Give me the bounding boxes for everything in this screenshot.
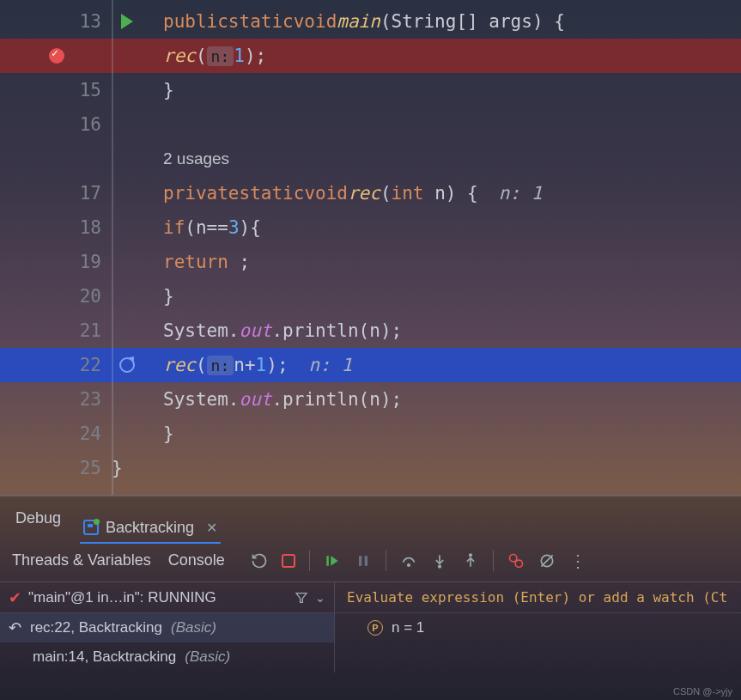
kw: void: [294, 11, 337, 32]
code-text: (: [380, 183, 392, 204]
svg-point-8: [515, 560, 522, 567]
kw: public: [163, 11, 228, 32]
line-number: 16: [80, 114, 101, 135]
eval-placeholder: Evaluate expression (Enter) or add a wat…: [347, 589, 727, 606]
svg-marker-1: [331, 556, 337, 566]
more-icon[interactable]: ⋮: [569, 551, 586, 571]
frame-package: (Basic): [185, 648, 230, 666]
watermark: CSDN @->yjy: [673, 686, 732, 697]
chevron-down-icon[interactable]: ⌄: [315, 591, 325, 605]
code-text: ){: [240, 217, 261, 238]
thread-selector[interactable]: ✔ "main"@1 in…in": RUNNING ⌄: [0, 582, 334, 613]
code-text: .println(n);: [271, 320, 402, 341]
stack-frame[interactable]: main:14, Backtracking (Basic): [0, 642, 334, 672]
primitive-badge-icon: P: [367, 620, 383, 636]
code-editor[interactable]: 13 15 16 17 18 19 20 21 22 23 24 25 publ…: [0, 0, 741, 495]
kw: private: [163, 183, 240, 204]
code-text: (n==: [185, 217, 228, 238]
rerun-icon[interactable]: [251, 552, 268, 569]
variables-pane[interactable]: Evaluate expression (Enter) or add a wat…: [335, 582, 741, 673]
line-number: 22: [80, 355, 101, 375]
frames-pane[interactable]: ✔ "main"@1 in…in": RUNNING ⌄ ↶ rec:22, B…: [0, 582, 335, 673]
kw: static: [240, 183, 305, 204]
code-text: .println(n);: [271, 389, 402, 410]
code-area[interactable]: public static void main(String[] args) {…: [112, 0, 741, 495]
inlay-hint: n:: [207, 356, 234, 375]
breakpoint-icon[interactable]: [49, 48, 64, 64]
svg-point-4: [408, 563, 410, 566]
fn: rec: [348, 183, 380, 204]
code-text: }: [163, 286, 174, 307]
line-number: 17: [80, 183, 101, 204]
line-number: 25: [80, 458, 101, 478]
line-number: 18: [80, 217, 101, 238]
drop-frame-icon[interactable]: ↶: [9, 618, 21, 637]
usages-hint[interactable]: 2 usages: [163, 149, 229, 168]
svg-point-6: [470, 554, 472, 557]
line-number: 21: [80, 320, 101, 341]
line-number: 20: [80, 286, 101, 307]
divider: [386, 551, 386, 571]
code-text: );: [266, 355, 288, 375]
fn: rec: [163, 355, 196, 375]
run-config-tab[interactable]: Backtracking ✕: [80, 514, 221, 544]
frame-package: (Basic): [171, 619, 216, 636]
code-text: ;: [228, 252, 250, 272]
debug-inline-value: n: 1: [478, 183, 543, 204]
stop-icon[interactable]: [282, 554, 295, 568]
evaluate-expression-input[interactable]: Evaluate expression (Enter) or add a wat…: [335, 582, 741, 613]
mute-breakpoints-icon[interactable]: [538, 552, 556, 569]
close-icon[interactable]: ✕: [206, 520, 217, 536]
line-number: 19: [80, 252, 101, 272]
field: out: [240, 320, 272, 341]
kw: int: [392, 183, 424, 204]
svg-rect-3: [364, 556, 367, 566]
variable-row[interactable]: P n = 1: [335, 613, 741, 642]
code-text: System.: [163, 389, 240, 410]
debug-panel: Debug Backtracking ✕ Threads & Variables…: [0, 495, 741, 700]
svg-point-5: [439, 565, 441, 568]
code-text: n) {: [423, 183, 477, 204]
step-over-icon[interactable]: [400, 552, 417, 569]
run-config-name: Backtracking: [106, 519, 194, 537]
threads-variables-tab[interactable]: Threads & Variables: [12, 551, 151, 569]
num: 3: [228, 217, 240, 238]
resume-icon[interactable]: [324, 552, 341, 569]
debug-tab[interactable]: Debug: [12, 504, 64, 533]
editor-gutter[interactable]: 13 15 16 17 18 19 20 21 22 23 24 25: [0, 0, 112, 495]
thread-label: "main"@1 in…in": RUNNING: [28, 589, 216, 606]
debug-inline-value: n: 1: [289, 355, 353, 375]
code-text: System.: [163, 320, 240, 341]
frames-variables-split: ✔ "main"@1 in…in": RUNNING ⌄ ↶ rec:22, B…: [0, 582, 741, 673]
kw: return: [163, 252, 228, 272]
debug-tabs: Debug Backtracking ✕: [0, 496, 741, 539]
pause-icon[interactable]: [355, 552, 372, 569]
line-number: 23: [80, 389, 101, 410]
code-text: (: [196, 355, 207, 375]
step-out-icon[interactable]: [462, 552, 479, 569]
svg-marker-11: [296, 593, 307, 602]
svg-point-7: [509, 554, 516, 561]
frame-method: main:14, Backtracking: [33, 648, 176, 666]
frame-method: rec:22, Backtracking: [30, 619, 162, 636]
kw: void: [304, 183, 348, 204]
filter-icon[interactable]: [295, 591, 308, 605]
code-text: );: [245, 46, 266, 66]
num: 1: [234, 46, 245, 66]
check-icon: ✔: [9, 588, 21, 607]
svg-rect-0: [326, 556, 329, 566]
divider: [493, 551, 494, 571]
console-tab[interactable]: Console: [168, 551, 225, 569]
step-into-icon[interactable]: [431, 552, 448, 569]
svg-rect-2: [359, 556, 361, 566]
app-icon: [83, 520, 99, 535]
kw: static: [228, 11, 294, 32]
code-text: }: [112, 458, 123, 478]
fn: main: [337, 11, 380, 32]
line-number: 15: [80, 80, 101, 100]
divider: [309, 551, 310, 571]
line-number: 24: [80, 423, 101, 444]
view-breakpoints-icon[interactable]: [507, 552, 525, 569]
code-text: }: [163, 80, 174, 100]
stack-frame[interactable]: ↶ rec:22, Backtracking (Basic): [0, 613, 334, 642]
